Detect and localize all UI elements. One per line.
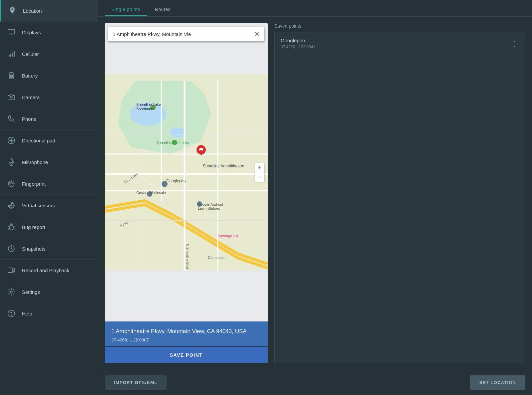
camera-icon — [7, 93, 16, 102]
saved-points-panel: Saved points Googleplex 37.4220, -122.08… — [274, 23, 525, 363]
sidebar-label-bug-report: Bug report — [22, 224, 45, 230]
svg-text:Costco Wholesale: Costco Wholesale — [136, 191, 166, 195]
set-location-button[interactable]: SET LOCATION — [470, 375, 525, 390]
sidebar-label-settings: Settings — [22, 289, 40, 295]
sidebar-label-cellular: Cellular — [22, 51, 39, 57]
zoom-in-button[interactable]: + — [255, 163, 264, 172]
svg-point-8 — [9, 225, 13, 230]
location-coords: 37.4269, -122.0807 — [111, 337, 261, 342]
clock-icon — [7, 244, 16, 253]
saved-points-list: Googleplex 37.4220, -122.0841 ⋮ — [274, 32, 525, 363]
map-panel: ✕ — [105, 23, 268, 363]
svg-point-11 — [10, 291, 12, 293]
saved-point-menu-button[interactable]: ⋮ — [510, 38, 519, 49]
sidebar-item-dpad[interactable]: Directional pad — [0, 130, 98, 151]
search-clear-button[interactable]: ✕ — [254, 30, 260, 38]
sidebar-item-microphone[interactable]: Microphone — [0, 151, 98, 173]
map-zoom-controls: + − — [255, 163, 264, 182]
svg-text:Shoreline Golf Links: Shoreline Golf Links — [156, 141, 189, 145]
search-input[interactable] — [113, 31, 251, 37]
sidebar-item-phone[interactable]: Phone — [0, 108, 98, 130]
location-address: 1 Amphitheatre Pkwy, Mountain View, CA 9… — [111, 327, 261, 335]
saved-points-title: Saved points — [274, 23, 525, 29]
svg-rect-10 — [8, 268, 13, 273]
tab-routes[interactable]: Routes — [148, 3, 177, 16]
svg-text:Santiago Vill...: Santiago Vill... — [218, 234, 241, 238]
sidebar-item-bug-report[interactable]: Bug report — [0, 216, 98, 238]
sidebar-label-dpad: Directional pad — [22, 138, 55, 143]
svg-rect-6 — [10, 159, 13, 163]
gear-icon — [7, 287, 16, 296]
tab-single-points[interactable]: Single points — [105, 3, 147, 16]
map-container[interactable]: 📍 — [105, 23, 268, 321]
question-icon — [7, 309, 16, 318]
svg-text:Shoreline Lake: Shoreline Lake — [136, 102, 161, 106]
map-svg: 📍 — [105, 23, 268, 321]
sidebar-item-cellular[interactable]: Cellular — [0, 43, 98, 65]
svg-point-5 — [10, 139, 12, 141]
signal-icon — [7, 49, 16, 59]
svg-text:N Shoreline Blvd: N Shoreline Blvd — [186, 244, 189, 269]
sidebar-label-record-playback: Record and Playback — [22, 268, 69, 273]
svg-text:Boathouse: Boathouse — [136, 107, 154, 111]
sidebar-label-microphone: Microphone — [22, 159, 48, 165]
saved-point-coords: 37.4220, -122.0841 — [281, 45, 315, 49]
svg-text:Computer...: Computer... — [208, 256, 227, 260]
svg-point-13 — [11, 315, 12, 316]
sidebar-label-battery: Battery — [22, 73, 38, 79]
import-gpx-kml-button[interactable]: IMPORT GPX/KML — [105, 375, 167, 390]
bug-icon — [7, 222, 16, 232]
sidebar-label-location: Location — [23, 8, 42, 14]
svg-text:Googleplex: Googleplex — [166, 179, 187, 183]
location-info: 1 Amphitheatre Pkwy, Mountain View, CA 9… — [105, 321, 268, 346]
sidebar-item-virtual-sensors[interactable]: Virtual sensors — [0, 195, 98, 216]
sidebar-item-location[interactable]: Location — [0, 0, 98, 22]
sidebar-label-fingerprint: Fingerprint — [22, 181, 46, 187]
bottom-buttons: IMPORT GPX/KML SET LOCATION — [98, 370, 532, 395]
sensors-icon — [7, 201, 16, 210]
svg-text:Google Android: Google Android — [198, 202, 223, 206]
sidebar-label-help: Help — [22, 311, 32, 316]
svg-text:Shoreline Amphitheatre: Shoreline Amphitheatre — [203, 164, 244, 168]
content-area: ✕ — [98, 17, 532, 370]
sidebar-label-camera: Camera — [22, 95, 40, 100]
sidebar-item-battery[interactable]: Battery — [0, 65, 98, 87]
sidebar: Location Displays Cellular Battery Camer… — [0, 0, 98, 395]
dpad-icon — [7, 136, 16, 145]
fingerprint-icon — [7, 179, 16, 188]
sidebar-item-snapshots[interactable]: Snapshots — [0, 238, 98, 260]
save-point-button[interactable]: SAVE POINT — [105, 347, 268, 363]
sidebar-item-record-playback[interactable]: Record and Playback — [0, 260, 98, 281]
svg-rect-0 — [8, 30, 15, 34]
main-content: Single points Routes ✕ — [98, 0, 532, 395]
sidebar-item-fingerprint[interactable]: Fingerprint — [0, 173, 98, 195]
svg-point-3 — [10, 96, 12, 98]
battery-icon — [7, 71, 16, 80]
location-icon — [8, 6, 17, 15]
saved-point-item[interactable]: Googleplex 37.4220, -122.0841 ⋮ — [275, 32, 525, 55]
mic-icon — [7, 157, 16, 167]
sidebar-label-snapshots: Snapshots — [22, 246, 46, 252]
sidebar-item-displays[interactable]: Displays — [0, 22, 98, 43]
sidebar-label-phone: Phone — [22, 116, 36, 122]
sidebar-item-help[interactable]: Help — [0, 303, 98, 324]
sidebar-item-settings[interactable]: Settings — [0, 281, 98, 303]
tabs-bar: Single points Routes — [98, 0, 532, 17]
phone-icon — [7, 114, 16, 123]
svg-rect-2 — [10, 75, 13, 78]
svg-point-7 — [10, 204, 12, 206]
sidebar-item-camera[interactable]: Camera — [0, 87, 98, 108]
saved-point-info: Googleplex 37.4220, -122.0841 — [281, 38, 315, 49]
sidebar-label-virtual-sensors: Virtual sensors — [22, 203, 55, 208]
video-icon — [7, 266, 16, 275]
saved-point-name: Googleplex — [281, 38, 315, 43]
monitor-icon — [7, 28, 16, 37]
search-bar: ✕ — [108, 27, 264, 41]
zoom-out-button[interactable]: − — [255, 172, 264, 182]
sidebar-label-displays: Displays — [22, 30, 41, 35]
svg-text:Lawn Statues: Lawn Statues — [198, 206, 220, 210]
